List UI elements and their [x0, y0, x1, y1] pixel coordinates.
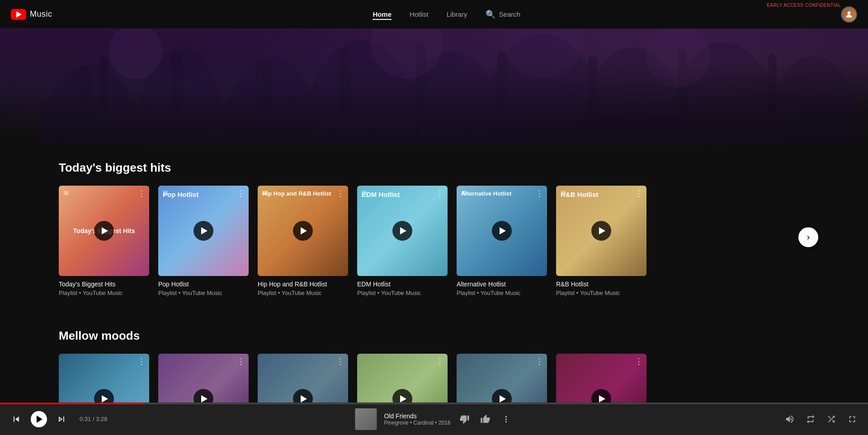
card-more-m5[interactable]: ⋮: [535, 357, 543, 365]
card-hiphop-hotlist[interactable]: Hip Hop and R&B Hotlist ⋮ Hip Hop and R&…: [258, 186, 348, 296]
section-title-mellow-moods: Mellow moods: [59, 314, 809, 343]
svg-rect-13: [262, 61, 271, 110]
card-title-1: Today's Biggest Hits: [59, 281, 149, 288]
card-biggest-hits[interactable]: Today's Biggest Hits ⋮ Today's Biggest H…: [59, 186, 149, 296]
card-subtitle-4: Playlist • YouTube Music: [357, 290, 448, 296]
play-button-2[interactable]: [193, 221, 213, 241]
shuffle-button[interactable]: [825, 412, 838, 426]
svg-rect-14: [339, 47, 350, 110]
player-bar: 0:31 / 3:28 Old Friends Pinegrove • Card…: [0, 402, 868, 435]
volume-button[interactable]: [783, 412, 797, 426]
card-alternative-hotlist[interactable]: Alternative Hotlist ⋮ Alternative Hotlis…: [457, 186, 547, 296]
play-button-6[interactable]: [591, 221, 611, 241]
card-pop-hotlist[interactable]: Pop Hotlist ⋮ Pop Hotlist Playlist • You…: [158, 186, 249, 296]
card-title-4: EDM Hotlist: [357, 281, 448, 288]
main-content: Today's biggest hits Today's Biggest Hit…: [0, 146, 868, 435]
navbar-right: EARLY ACCESS CONFIDENTIAL: [841, 6, 857, 23]
playlist-icon-1: [62, 189, 70, 198]
now-playing: Old Friends Pinegrove • Cardinal • 2016: [355, 408, 513, 430]
search-label: Search: [499, 10, 521, 18]
svg-rect-12: [172, 51, 182, 110]
playlist-icon-4: [361, 189, 368, 198]
card-edm-hotlist[interactable]: EDM Hotlist ⋮ EDM Hotlist Playlist • You…: [357, 186, 448, 296]
play-pause-button[interactable]: [31, 411, 47, 427]
cards-row-container-biggest-hits: Today's Biggest Hits ⋮ Today's Biggest H…: [59, 186, 809, 296]
svg-point-9: [764, 56, 863, 146]
playlist-icon-3: [261, 189, 269, 198]
card-more-3[interactable]: ⋮: [336, 189, 344, 197]
card-overlay-2: [158, 186, 249, 276]
playlist-icon-5: [460, 189, 467, 198]
card-more-m2[interactable]: ⋮: [237, 357, 245, 365]
svg-point-0: [848, 11, 851, 14]
card-more-6[interactable]: ⋮: [635, 189, 643, 197]
svg-rect-19: [769, 54, 777, 112]
skip-previous-button[interactable]: [9, 412, 24, 426]
svg-rect-10: [81, 65, 90, 110]
play-button-5[interactable]: [492, 221, 512, 241]
play-button-3[interactable]: [293, 221, 313, 241]
cards-row-biggest-hits: Today's Biggest Hits ⋮ Today's Biggest H…: [59, 186, 809, 296]
nav-library[interactable]: Library: [447, 9, 467, 20]
play-button-4[interactable]: [392, 221, 412, 241]
now-playing-meta: Pinegrove • Cardinal • 2016: [384, 420, 450, 426]
card-more-m4[interactable]: ⋮: [436, 357, 444, 365]
like-button[interactable]: [479, 412, 492, 426]
progress-bar-fill: [0, 403, 145, 404]
nav-home[interactable]: Home: [373, 9, 392, 20]
card-more-2[interactable]: ⋮: [237, 189, 245, 197]
card-title-6: R&B Hotlist: [556, 281, 646, 288]
user-avatar[interactable]: [841, 6, 857, 23]
song-more-button[interactable]: [500, 412, 513, 426]
card-subtitle-3: Playlist • YouTube Music: [258, 290, 348, 296]
card-overlay-4: [357, 186, 448, 276]
nav-center: Home Hotlist Library 🔍 Search: [52, 9, 841, 20]
card-overlay-3: [258, 186, 348, 276]
dislike-button[interactable]: [458, 412, 472, 426]
card-subtitle-1: Playlist • YouTube Music: [59, 290, 149, 296]
card-thumb-6: R&B Hotlist ⋮: [556, 186, 646, 276]
player-controls: 0:31 / 3:28: [9, 411, 107, 427]
playlist-icon-6: [560, 189, 567, 198]
card-subtitle-2: Playlist • YouTube Music: [158, 290, 249, 296]
now-playing-info: Old Friends Pinegrove • Cardinal • 2016: [384, 412, 450, 426]
youtube-icon: [11, 9, 26, 20]
player-time: 0:31 / 3:28: [80, 416, 107, 422]
card-more-m6[interactable]: ⋮: [635, 357, 643, 365]
player-actions: [783, 412, 859, 426]
card-subtitle-6: Playlist • YouTube Music: [556, 290, 646, 296]
card-more-4[interactable]: ⋮: [436, 189, 444, 197]
nav-search[interactable]: 🔍 Search: [486, 9, 521, 19]
next-section-button[interactable]: ›: [798, 227, 818, 247]
skip-next-button[interactable]: [54, 412, 69, 426]
playlist-icon-2: [162, 189, 169, 198]
card-thumb-2: Pop Hotlist ⋮: [158, 186, 249, 276]
app-name: Music: [30, 9, 52, 19]
search-icon: 🔍: [486, 9, 495, 19]
card-more-m3[interactable]: ⋮: [336, 357, 344, 365]
card-overlay-1: [59, 186, 149, 276]
svg-rect-11: [99, 56, 108, 110]
card-title-3: Hip Hop and R&B Hotlist: [258, 281, 348, 288]
card-thumb-4: EDM Hotlist ⋮: [357, 186, 448, 276]
svg-rect-16: [497, 51, 506, 110]
card-rnb-hotlist[interactable]: R&B Hotlist ⋮ R&B Hotlist Playlist • You…: [556, 186, 646, 296]
card-title-5: Alternative Hotlist: [457, 281, 547, 288]
card-subtitle-5: Playlist • YouTube Music: [457, 290, 547, 296]
repeat-button[interactable]: [804, 412, 817, 426]
card-thumb-5: Alternative Hotlist ⋮: [457, 186, 547, 276]
progress-bar[interactable]: [0, 403, 868, 404]
card-more-5[interactable]: ⋮: [535, 189, 543, 197]
card-more-m1[interactable]: ⋮: [137, 357, 146, 365]
nav-hotlist[interactable]: Hotlist: [410, 9, 429, 20]
hero-banner: [0, 29, 868, 146]
expand-button[interactable]: [845, 412, 859, 426]
card-thumb-3: Hip Hop and R&B Hotlist ⋮: [258, 186, 348, 276]
logo[interactable]: Music: [11, 9, 52, 20]
card-overlay-5: [457, 186, 547, 276]
play-button-1[interactable]: [94, 221, 114, 241]
early-access-badge: EARLY ACCESS CONFIDENTIAL: [767, 3, 841, 8]
card-thumb-1: Today's Biggest Hits ⋮: [59, 186, 149, 276]
card-title-2: Pop Hotlist: [158, 281, 249, 288]
card-more-1[interactable]: ⋮: [137, 189, 146, 197]
